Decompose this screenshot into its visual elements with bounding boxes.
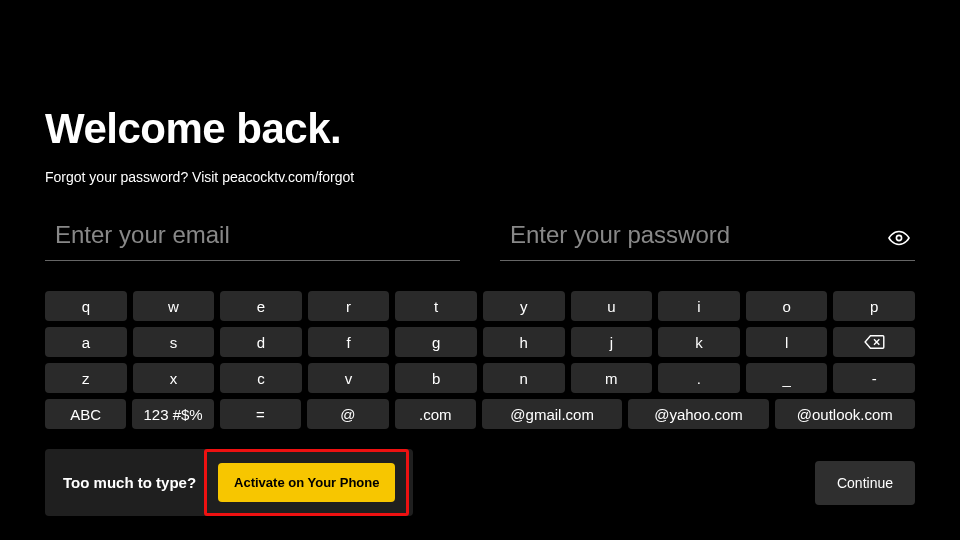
email-field[interactable] bbox=[45, 217, 460, 259]
key-j[interactable]: j bbox=[571, 327, 653, 357]
key-abc[interactable]: ABC bbox=[45, 399, 126, 429]
key-f[interactable]: f bbox=[308, 327, 390, 357]
show-password-icon[interactable] bbox=[885, 226, 913, 250]
continue-button[interactable]: Continue bbox=[815, 461, 915, 505]
promo-text: Too much to type? bbox=[63, 474, 196, 491]
email-field-wrapper bbox=[45, 215, 460, 261]
forgot-password-text: Forgot your password? Visit peacocktv.co… bbox=[45, 169, 915, 185]
key-z[interactable]: z bbox=[45, 363, 127, 393]
activate-on-phone-button[interactable]: Activate on Your Phone bbox=[218, 463, 395, 502]
key-s[interactable]: s bbox=[133, 327, 215, 357]
key-c[interactable]: c bbox=[220, 363, 302, 393]
key-k[interactable]: k bbox=[658, 327, 740, 357]
key-h[interactable]: h bbox=[483, 327, 565, 357]
key-l[interactable]: l bbox=[746, 327, 828, 357]
key-d[interactable]: d bbox=[220, 327, 302, 357]
key-i[interactable]: i bbox=[658, 291, 740, 321]
key-w[interactable]: w bbox=[133, 291, 215, 321]
key-y[interactable]: y bbox=[483, 291, 565, 321]
key-o[interactable]: o bbox=[746, 291, 828, 321]
page-title: Welcome back. bbox=[45, 105, 915, 153]
key-v[interactable]: v bbox=[308, 363, 390, 393]
key-dash[interactable]: - bbox=[833, 363, 915, 393]
key-n[interactable]: n bbox=[483, 363, 565, 393]
key-backspace[interactable] bbox=[833, 327, 915, 357]
key-g[interactable]: g bbox=[395, 327, 477, 357]
key-a[interactable]: a bbox=[45, 327, 127, 357]
password-field-wrapper bbox=[500, 215, 915, 261]
svg-point-0 bbox=[896, 235, 901, 240]
key--gmail-com[interactable]: @gmail.com bbox=[482, 399, 622, 429]
key--yahoo-com[interactable]: @yahoo.com bbox=[628, 399, 768, 429]
key-m[interactable]: m bbox=[571, 363, 653, 393]
onscreen-keyboard: qwertyuiop asdfghjkl zxcvbnm._- ABC123 #… bbox=[45, 291, 915, 429]
key-u[interactable]: u bbox=[571, 291, 653, 321]
key-q[interactable]: q bbox=[45, 291, 127, 321]
key--outlook-com[interactable]: @outlook.com bbox=[775, 399, 915, 429]
key-period[interactable]: . bbox=[658, 363, 740, 393]
key-at[interactable]: @ bbox=[307, 399, 388, 429]
key-r[interactable]: r bbox=[308, 291, 390, 321]
key-underscore[interactable]: _ bbox=[746, 363, 828, 393]
key-t[interactable]: t bbox=[395, 291, 477, 321]
key-123-[interactable]: 123 #$% bbox=[132, 399, 213, 429]
activation-promo: Too much to type? Activate on Your Phone bbox=[45, 449, 413, 516]
password-field[interactable] bbox=[500, 217, 877, 259]
key-e[interactable]: e bbox=[220, 291, 302, 321]
key-b[interactable]: b bbox=[395, 363, 477, 393]
key-x[interactable]: x bbox=[133, 363, 215, 393]
credential-fields bbox=[45, 215, 915, 261]
key-p[interactable]: p bbox=[833, 291, 915, 321]
key--com[interactable]: .com bbox=[395, 399, 476, 429]
key-equals[interactable]: = bbox=[220, 399, 301, 429]
